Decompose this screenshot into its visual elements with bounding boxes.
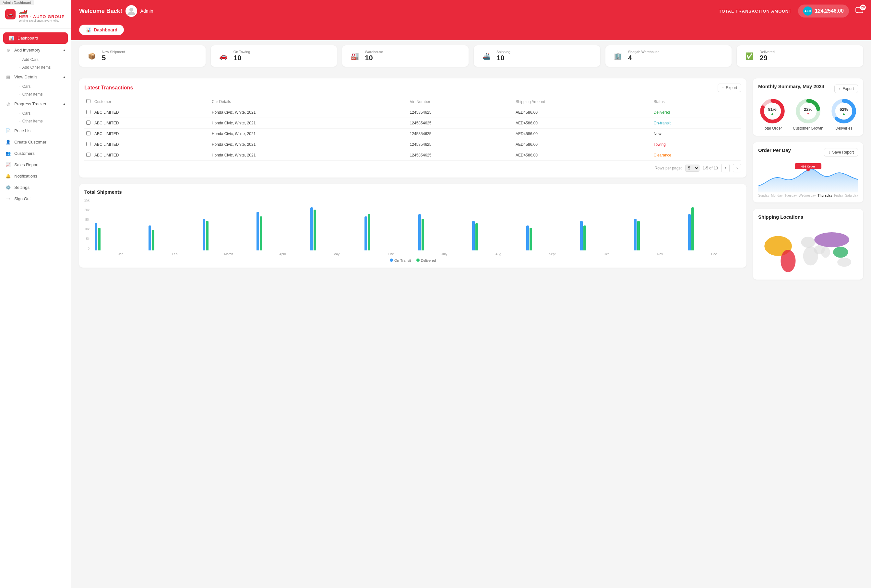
bar-green xyxy=(530,228,532,251)
stat-card-warehouse: 🏭 Warehouse 10 xyxy=(342,45,468,67)
cell-car: Honda Civic, White, 2021 xyxy=(210,139,408,150)
row-checkbox[interactable] xyxy=(86,152,90,157)
create-customer-icon: 👤 xyxy=(5,140,11,145)
x-label: Feb xyxy=(148,252,201,256)
messages-button[interactable]: 20 xyxy=(855,7,863,15)
table-row: ABC LIMITED Honda Civic, White, 2021 124… xyxy=(84,150,741,161)
chart-legend: On-TransitDelivered xyxy=(84,258,741,263)
sidebar-item-sales-report[interactable]: 📈 Sales Report xyxy=(0,159,71,170)
user-name: Admin xyxy=(141,8,153,13)
bar-blue xyxy=(256,212,259,251)
bar-green xyxy=(422,219,424,251)
donut-item: 62% ▲ Deliveries xyxy=(831,98,857,131)
donut-center: 22% ▼ xyxy=(804,107,812,115)
stat-label: New Shipment xyxy=(102,50,125,54)
svg-point-17 xyxy=(821,247,830,258)
row-checkbox[interactable] xyxy=(86,110,90,114)
sidebar-item-progress-tracker[interactable]: ◎ Progress Tracker ▲ xyxy=(0,98,71,109)
donut-percent: 62% xyxy=(840,107,848,112)
sidebar-item-customers[interactable]: 👥 Customers xyxy=(0,148,71,159)
progress-tracker-sub: Cars Other Items xyxy=(0,109,71,125)
y-label: 20k xyxy=(84,208,90,212)
sidebar-item-create-customer[interactable]: 👤 Create Customer xyxy=(0,136,71,148)
row-checkbox[interactable] xyxy=(86,121,90,125)
cell-vin: 1245854625 xyxy=(408,139,514,150)
legend-dot xyxy=(416,258,420,262)
stat-icon: 📦 xyxy=(85,50,98,62)
donut-percent: 81% xyxy=(768,107,777,112)
sales-report-icon: 📈 xyxy=(5,162,11,167)
save-report-button[interactable]: ↓ Save Report xyxy=(824,148,858,157)
sidebar-item-add-inventory[interactable]: ⊕ Add Inventory ▲ xyxy=(0,45,71,56)
bar-blue xyxy=(634,219,636,251)
logo-text: 🏎️ HEB · AUTO GROUP Driving Excellence. … xyxy=(19,6,65,22)
day-label: Wednesday xyxy=(799,194,816,197)
stat-icon: 🏭 xyxy=(349,50,361,62)
row-checkbox[interactable] xyxy=(86,131,90,136)
sidebar-item-label: Customers xyxy=(14,151,66,156)
bar-blue xyxy=(365,216,367,251)
x-label: June xyxy=(365,252,416,256)
row-checkbox[interactable] xyxy=(86,142,90,146)
sidebar-item-notifications[interactable]: 🔔 Notifications xyxy=(0,170,71,182)
bar-blue xyxy=(526,225,529,251)
bar-group xyxy=(418,214,470,251)
sidebar-item-cars[interactable]: Cars xyxy=(14,83,71,90)
sidebar-item-other-items[interactable]: Other Items xyxy=(14,90,71,98)
sidebar-item-add-other-items[interactable]: Add Other Items xyxy=(14,64,71,71)
sidebar-nav: 📊 Dashboard ⊕ Add Inventory ▲ Add Cars A… xyxy=(0,28,71,588)
x-label: Sept xyxy=(526,252,578,256)
export-button[interactable]: ↑ Export xyxy=(718,84,741,92)
header-right: TOTAL TRANSACTION AMOUNT AED 124,2546.00… xyxy=(719,4,863,18)
y-label: 0 xyxy=(84,247,90,251)
donut-label: Total Order xyxy=(763,126,782,131)
settings-icon: ⚙️ xyxy=(5,185,11,190)
sidebar-item-settings[interactable]: ⚙️ Settings xyxy=(0,182,71,193)
stat-icon: 🏢 xyxy=(612,50,624,62)
sidebar-item-price-list[interactable]: 📄 Price List xyxy=(0,125,71,136)
cell-customer: ABC LIMITED xyxy=(93,107,210,118)
sidebar-item-label: Progress Tracker xyxy=(14,101,59,106)
rows-per-page-select[interactable]: 510 xyxy=(685,164,699,172)
bar-chart xyxy=(93,198,741,251)
table-row: ABC LIMITED Honda Civic, White, 2021 124… xyxy=(84,128,741,139)
bar-green xyxy=(260,216,262,251)
sidebar-item-add-cars[interactable]: Add Cars xyxy=(14,56,71,64)
prev-page-button[interactable]: ‹ xyxy=(721,164,730,172)
chart-days: SundayMondayTuesdayWednesdayThursdayFrid… xyxy=(758,194,858,197)
cell-customer: ABC LIMITED xyxy=(93,139,210,150)
sidebar-item-dashboard[interactable]: 📊 Dashboard xyxy=(3,33,68,44)
bar-group xyxy=(580,221,632,251)
donut-percent: 22% xyxy=(804,107,812,112)
bar-group xyxy=(310,207,362,251)
sidebar-item-pt-other-items[interactable]: Other Items xyxy=(14,117,71,125)
sidebar-item-pt-cars[interactable]: Cars xyxy=(14,109,71,117)
bar-blue xyxy=(688,214,691,251)
monthly-export-button[interactable]: ↑ Export xyxy=(834,85,858,93)
stat-value: 10 xyxy=(497,54,510,62)
sub-header: 📊 Dashboard xyxy=(71,22,871,40)
monthly-summary-card: Monthly Summary, May 2024 ↑ Export 81% ▲… xyxy=(753,78,863,136)
cell-amount: AED4586.00 xyxy=(514,118,652,128)
bar-group xyxy=(365,214,416,251)
cell-amount: AED4586.00 xyxy=(514,107,652,118)
sidebar: 🚗 🏎️ HEB · AUTO GROUP Driving Excellence… xyxy=(0,0,71,588)
monthly-title: Monthly Summary, May 2024 xyxy=(758,84,824,89)
bar-group xyxy=(634,219,686,251)
select-all-checkbox[interactable] xyxy=(86,99,90,103)
legend-item: On-Transit xyxy=(390,258,411,263)
save-report-label: Save Report xyxy=(832,150,854,155)
progress-tracker-icon: ◎ xyxy=(5,101,11,106)
chevron-icon: ▲ xyxy=(63,48,66,52)
next-page-button[interactable]: › xyxy=(733,164,741,172)
sidebar-item-view-details[interactable]: ▦ View Details ▲ xyxy=(0,71,71,83)
svg-point-11 xyxy=(801,237,815,248)
shipping-locations-card: Shipping Locations xyxy=(753,209,863,280)
stat-label: Delivered xyxy=(759,50,774,54)
x-label: July xyxy=(418,252,470,256)
dashboard-button[interactable]: 📊 Dashboard xyxy=(79,25,124,35)
sidebar-item-sign-out[interactable]: ↪ Sign Out xyxy=(0,193,71,204)
bar-green xyxy=(584,225,586,251)
day-label: Sunday xyxy=(758,194,769,197)
svg-point-13 xyxy=(814,232,849,247)
